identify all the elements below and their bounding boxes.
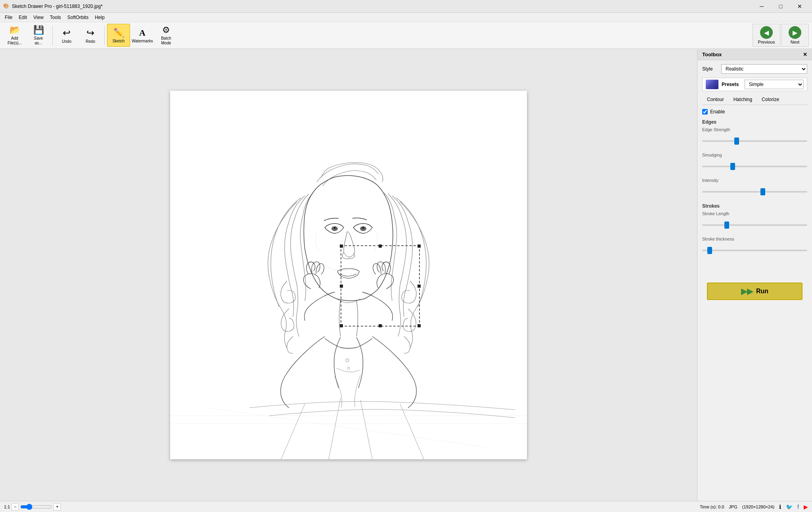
presets-select[interactable]: Simple Complex Custom — [745, 80, 804, 89]
undo-button[interactable]: ↩ Undo — [55, 24, 78, 47]
intensity-label: Intensity — [702, 178, 807, 183]
toolbar-sep-1 — [52, 25, 53, 45]
stroke-length-label: Stroke Length — [702, 211, 807, 216]
social-icon-1[interactable]: 🐦 — [786, 504, 793, 510]
main-area: Toolbox ✕ Style Realistic Simple Detaile… — [0, 49, 812, 501]
tab-hatching[interactable]: Hatching — [729, 95, 757, 105]
social-icon-3[interactable]: ▶ — [804, 504, 808, 510]
stroke-length-slider[interactable] — [702, 224, 807, 226]
edge-strength-row: Edge Strength — [702, 127, 807, 147]
watermarks-button[interactable]: A Watermarks — [131, 24, 154, 47]
add-files-label: AddFile(s)... — [8, 36, 22, 46]
smudging-slider[interactable] — [702, 166, 807, 167]
format-status: JPG — [729, 504, 737, 509]
nav-buttons: ◀ Previous ▶ Next — [753, 24, 809, 47]
strokes-section-header: Strokes — [702, 203, 807, 209]
save-as-button[interactable]: 💾 Saveas... — [27, 24, 50, 47]
run-label: Run — [756, 288, 768, 295]
undo-label: Undo — [62, 39, 71, 44]
menu-edit[interactable]: Edit — [15, 13, 30, 22]
time-status: Time (s): 0.0 — [700, 504, 724, 509]
sketch-label: Sketch — [113, 39, 125, 43]
watermarks-icon: A — [139, 28, 146, 38]
enable-row: Enable — [702, 109, 807, 115]
svg-point-5 — [334, 227, 335, 229]
redo-label: Redo — [86, 39, 95, 44]
zoom-controls: 1:1 − + — [4, 503, 61, 510]
intensity-row: Intensity — [702, 178, 807, 198]
smudging-row: Smudging — [702, 153, 807, 172]
tabs-row: Contour Hatching Colorize — [702, 95, 807, 105]
save-as-label: Saveas... — [34, 36, 43, 46]
canvas-area[interactable] — [0, 49, 697, 501]
batch-mode-button[interactable]: ⚙ BatchMode — [155, 24, 178, 47]
enable-label: Enable — [710, 109, 725, 115]
stroke-length-slider-container — [702, 218, 807, 231]
sketch-icon: ✏️ — [113, 28, 124, 38]
edges-section-header: Edges — [702, 119, 807, 125]
minimize-button[interactable]: ─ — [753, 0, 771, 13]
redo-icon: ↪ — [86, 27, 94, 38]
edge-strength-slider[interactable] — [702, 140, 807, 142]
svg-rect-0 — [170, 91, 527, 459]
close-button[interactable]: ✕ — [791, 0, 809, 13]
stroke-thickness-slider[interactable] — [702, 250, 807, 251]
enable-checkbox[interactable] — [702, 109, 708, 115]
zoom-out-button[interactable]: − — [11, 503, 19, 510]
zoom-slider[interactable] — [20, 504, 52, 510]
social-icon-2[interactable]: f — [797, 504, 799, 510]
image-canvas — [170, 91, 527, 459]
add-files-icon: 📂 — [10, 25, 20, 35]
status-right: Time (s): 0.0 JPG (1920×1280×24) ℹ 🐦 f ▶ — [700, 504, 808, 510]
style-select[interactable]: Realistic Simple Detailed Artistic — [721, 64, 807, 74]
toolbox-close-icon[interactable]: ✕ — [803, 52, 807, 57]
zoom-indicator: 1:1 — [4, 504, 10, 509]
sketch-button[interactable]: ✏️ Sketch — [107, 24, 130, 47]
presets-icon — [706, 80, 718, 89]
sketch-image — [170, 91, 527, 459]
smudging-slider-container — [702, 159, 807, 172]
next-button[interactable]: ▶ Next — [781, 24, 809, 47]
zoom-in-button[interactable]: + — [54, 503, 61, 510]
title-bar: 🎨 Sketch Drawer Pro - girl-511883_1920.j… — [0, 0, 812, 13]
stroke-thickness-slider-container — [702, 243, 807, 256]
style-label: Style — [702, 66, 718, 72]
run-button[interactable]: ▶▶ Run — [707, 283, 802, 300]
batch-mode-icon: ⚙ — [162, 25, 170, 35]
menu-file[interactable]: File — [2, 13, 15, 22]
add-files-button[interactable]: 📂 AddFile(s)... — [3, 24, 26, 47]
intensity-slider[interactable] — [702, 191, 807, 193]
intensity-slider-container — [702, 184, 807, 198]
edge-strength-slider-container — [702, 134, 807, 147]
app-icon: 🎨 — [3, 3, 10, 10]
run-btn-area: ▶▶ Run — [702, 278, 807, 305]
tab-contour[interactable]: Contour — [702, 95, 729, 105]
maximize-button[interactable]: □ — [772, 0, 790, 13]
menu-tools[interactable]: Tools — [47, 13, 64, 22]
toolbox-content: Style Realistic Simple Detailed Artistic… — [697, 60, 812, 501]
tab-colorize[interactable]: Colorize — [757, 95, 784, 105]
next-icon: ▶ — [789, 26, 801, 39]
run-arrow-icon: ▶▶ — [741, 287, 753, 296]
spacer — [702, 262, 807, 278]
menu-help[interactable]: Help — [92, 13, 108, 22]
edge-strength-label: Edge Strength — [702, 127, 807, 132]
dimensions-status: (1920×1280×24) — [742, 504, 774, 509]
info-icon[interactable]: ℹ — [779, 504, 781, 510]
previous-button[interactable]: ◀ Previous — [753, 24, 780, 47]
toolbox-panel: Toolbox ✕ Style Realistic Simple Detaile… — [697, 49, 812, 501]
stroke-thickness-label: Stroke thickness — [702, 237, 807, 241]
smudging-label: Smudging — [702, 153, 807, 157]
previous-label: Previous — [758, 40, 775, 44]
menu-bar: File Edit View Tools SoftOrbits Help — [0, 13, 812, 22]
toolbox-title: Toolbox — [702, 52, 722, 57]
stroke-length-row: Stroke Length — [702, 211, 807, 231]
menu-softorbits[interactable]: SoftOrbits — [64, 13, 92, 22]
redo-button[interactable]: ↪ Redo — [79, 24, 102, 47]
menu-view[interactable]: View — [30, 13, 47, 22]
toolbar: 📂 AddFile(s)... 💾 Saveas... ↩ Undo ↪ Red… — [0, 22, 812, 49]
batch-mode-label: BatchMode — [161, 36, 171, 46]
status-bar: 1:1 − + Time (s): 0.0 JPG (1920×1280×24)… — [0, 501, 812, 512]
toolbox-header: Toolbox ✕ — [697, 49, 812, 60]
style-row: Style Realistic Simple Detailed Artistic — [702, 64, 807, 74]
